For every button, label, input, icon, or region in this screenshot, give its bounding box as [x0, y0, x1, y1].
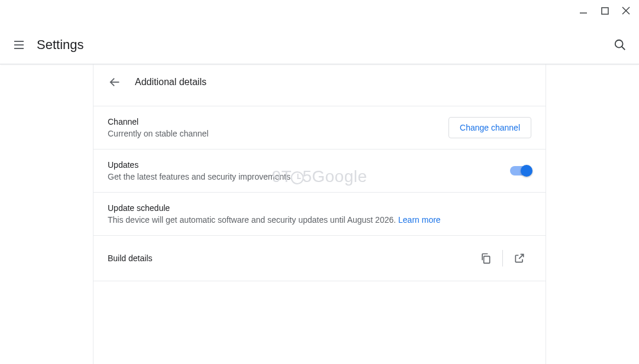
svg-line-8 [622, 47, 625, 50]
svg-line-11 [519, 254, 524, 259]
updates-subtitle: Get the latest features and security imp… [108, 172, 293, 181]
copy-icon[interactable] [474, 246, 498, 270]
updates-title: Updates [108, 160, 293, 170]
app-title: Settings [37, 37, 84, 53]
maximize-button[interactable] [599, 5, 611, 17]
minimize-button[interactable] [577, 5, 589, 17]
divider [502, 250, 503, 266]
svg-point-7 [615, 40, 623, 48]
build-details-row[interactable]: Build details [93, 236, 546, 281]
learn-more-link[interactable]: Learn more [398, 215, 441, 225]
update-schedule-row: Update schedule This device will get aut… [93, 193, 546, 236]
schedule-text: This device will get automatic software … [108, 215, 398, 225]
change-channel-button[interactable]: Change channel [448, 117, 531, 138]
channel-title: Channel [108, 117, 208, 126]
schedule-subtitle: This device will get automatic software … [108, 215, 441, 225]
svg-rect-10 [484, 256, 490, 264]
updates-row: Updates Get the latest features and secu… [93, 150, 546, 193]
open-external-icon[interactable] [508, 246, 531, 270]
menu-icon[interactable] [12, 38, 26, 52]
build-title: Build details [108, 254, 153, 263]
schedule-title: Update schedule [108, 203, 441, 213]
page-title: Additional details [135, 77, 206, 87]
channel-subtitle: Currently on stable channel [108, 129, 208, 138]
close-button[interactable] [620, 5, 632, 17]
back-arrow-icon[interactable] [108, 75, 122, 89]
search-icon[interactable] [613, 38, 627, 52]
updates-toggle[interactable] [510, 166, 531, 176]
svg-rect-1 [602, 8, 608, 14]
channel-row: Channel Currently on stable channel Chan… [93, 106, 546, 150]
